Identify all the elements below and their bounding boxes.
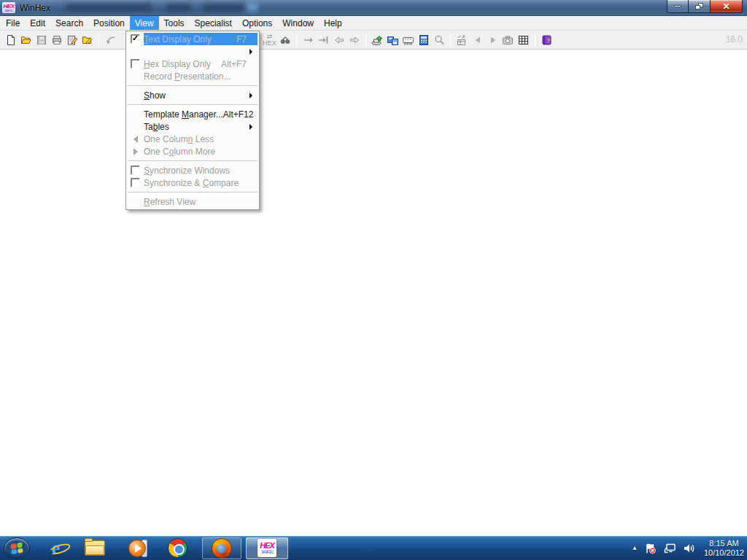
menu-window[interactable]: Window [277, 16, 319, 30]
clone-disk-icon[interactable] [385, 32, 400, 47]
prev-position-icon[interactable] [470, 32, 485, 47]
menu-item-show[interactable]: Show [127, 89, 258, 101]
toolbar: ⇅B ⇄HEX ✓✗ ? 16.0 [0, 31, 747, 50]
menu-separator [127, 158, 258, 164]
taskbar-firefox[interactable] [202, 537, 241, 559]
titlebar-ghost-artifact [66, 3, 152, 12]
menu-item-one-column-more[interactable]: One Column More [127, 145, 258, 158]
window-controls: ✕ [667, 0, 743, 13]
jump-back-icon[interactable] [331, 32, 347, 47]
new-file-icon[interactable] [3, 32, 18, 47]
next-position-icon[interactable] [485, 32, 500, 47]
verify-icon[interactable]: ✓✗ [454, 32, 470, 47]
menu-tools[interactable]: Tools [159, 16, 190, 30]
magnifier-icon[interactable] [431, 32, 446, 47]
toolbar-separator [535, 34, 535, 47]
save-icon[interactable] [34, 32, 49, 47]
taskbar: e HEX 3A3F2C ▲ 8:15 AM 10/10/201 [0, 536, 747, 560]
toolbar-separator [450, 34, 451, 47]
menu-item-tables[interactable]: Tables [127, 120, 258, 133]
left-arrow-icon [133, 136, 138, 143]
unchecked-checkbox-icon [131, 59, 140, 69]
winhex-taskbar-icon: HEX 3A3F2C [258, 539, 276, 557]
find-icon[interactable] [277, 32, 293, 47]
edit-properties-icon[interactable] [64, 32, 80, 47]
taskbar-internet-explorer[interactable]: e [52, 538, 60, 559]
menu-item-hex-display-only[interactable]: Hex Display Only Alt+F7 [127, 58, 258, 70]
goto-page-icon[interactable] [316, 32, 331, 47]
data-interpreter-icon[interactable] [516, 32, 531, 47]
menu-search[interactable]: Search [50, 16, 88, 30]
svg-text:✓✗: ✓✗ [457, 34, 466, 39]
menu-item-synchronize-compare[interactable]: Synchronize & Compare [127, 176, 258, 189]
open-file-icon[interactable] [18, 32, 34, 47]
action-center-icon[interactable] [644, 542, 657, 554]
menu-file[interactable]: File [1, 16, 25, 30]
window-title: WinHex [20, 3, 50, 13]
taskbar-media-player[interactable] [128, 539, 147, 558]
menu-item-template-manager[interactable]: Template Manager... Alt+F12 [127, 108, 258, 120]
menu-item-blank-submenu[interactable] [127, 45, 258, 58]
media-player-icon [128, 539, 147, 558]
close-button[interactable]: ✕ [711, 0, 743, 13]
toolbar-separator [296, 34, 297, 47]
hex-converter-icon[interactable]: ⇄HEX [262, 32, 277, 47]
minimize-button[interactable] [667, 0, 689, 13]
windows-logo-icon [10, 542, 23, 554]
show-hidden-icons-button[interactable]: ▲ [632, 545, 638, 551]
ram-editor-icon[interactable] [400, 32, 416, 47]
edit-folder-icon[interactable] [80, 32, 95, 47]
desktop: HEX 3A3F2C WinHex ✕ File Edit Search Pos… [0, 0, 747, 560]
app-version-label: 16.0 [726, 34, 743, 44]
open-disk-icon[interactable] [370, 32, 385, 47]
svg-text:?: ? [547, 37, 551, 44]
clock[interactable]: 8:15 AM 10/10/2012 [704, 539, 744, 558]
help-book-icon[interactable]: ? [539, 32, 554, 47]
unchecked-checkbox-icon [131, 178, 140, 187]
work-area [0, 50, 747, 536]
screenshot-icon[interactable] [500, 32, 516, 47]
menu-help[interactable]: Help [319, 16, 347, 30]
minimize-icon [674, 5, 681, 7]
jump-forward-icon[interactable] [347, 32, 362, 47]
titlebar-ghost-artifact [247, 3, 258, 12]
titlebar-ghost-artifact [166, 3, 191, 12]
close-icon: ✕ [722, 1, 729, 12]
menu-specialist[interactable]: Specialist [190, 16, 237, 30]
network-icon[interactable] [663, 542, 676, 554]
tray-date: 10/10/2012 [704, 548, 744, 558]
undo-icon[interactable] [103, 32, 118, 47]
continue-search-icon[interactable] [301, 32, 316, 47]
firefox-icon [212, 538, 232, 559]
titlebar-ghost-artifact [203, 3, 245, 12]
start-button[interactable] [4, 537, 30, 559]
toolbar-separator [98, 34, 99, 47]
calculator-icon[interactable] [416, 32, 431, 47]
menu-item-synchronize-windows[interactable]: Synchronize Windows [127, 164, 258, 176]
menu-bar: File Edit Search Position View Tools Spe… [0, 16, 747, 31]
print-icon[interactable] [49, 32, 64, 47]
title-bar: HEX 3A3F2C WinHex ✕ [0, 0, 747, 16]
winhex-app-icon[interactable]: HEX 3A3F2C [2, 2, 15, 13]
taskbar-chrome[interactable] [168, 538, 187, 558]
restore-button[interactable] [689, 0, 711, 13]
menu-item-refresh-view[interactable]: Refresh View [127, 195, 258, 208]
menu-view[interactable]: View [130, 16, 159, 30]
menu-item-one-column-less[interactable]: One Column Less [127, 133, 258, 145]
checked-checkbox-icon [131, 34, 140, 44]
menu-options[interactable]: Options [237, 16, 277, 30]
menu-separator [127, 101, 258, 108]
speaker-icon[interactable] [683, 542, 695, 554]
right-arrow-icon [133, 148, 138, 155]
menu-edit[interactable]: Edit [25, 16, 50, 30]
taskbar-windows-explorer[interactable] [85, 540, 105, 556]
menu-item-record-presentation[interactable]: Record Presentation... [127, 70, 258, 82]
internet-explorer-icon: e [52, 538, 60, 559]
tray-time: 8:15 AM [704, 539, 744, 548]
view-dropdown-menu: Text Display Only F7 Hex Display Only Al… [125, 31, 260, 210]
menu-position[interactable]: Position [88, 16, 130, 30]
restore-icon [695, 3, 703, 9]
folder-icon [85, 540, 105, 556]
taskbar-winhex[interactable]: HEX 3A3F2C [246, 537, 288, 559]
menu-item-text-display-only[interactable]: Text Display Only F7 [127, 33, 258, 45]
